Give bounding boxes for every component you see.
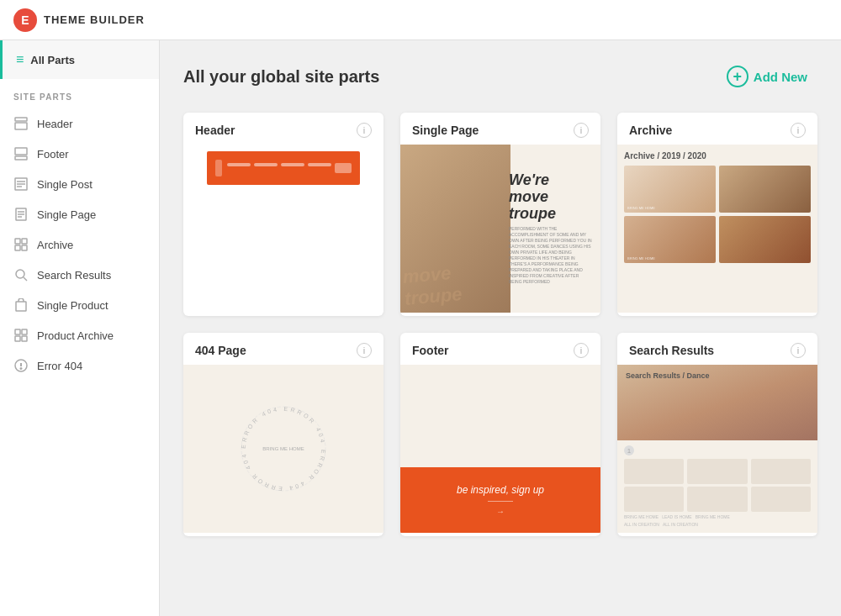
nav-item-4 (308, 163, 331, 166)
footer-orange-block: be inspired, sign up → (400, 467, 600, 533)
card-header: Header i (183, 113, 383, 316)
topbar: E THEME BUILDER (0, 0, 841, 40)
search-result-row-2 (624, 487, 811, 512)
card-search-results-bar: Search Results i (617, 333, 817, 365)
archive-cell-3: BRING ME HOME (624, 216, 716, 263)
search-preview-title-overlay: Search Results / Dance (626, 371, 710, 380)
archive-cell-4 (719, 216, 811, 263)
svg-rect-14 (15, 245, 20, 250)
archive-grid: BRING ME HOME BRING ME HOME (624, 166, 811, 263)
single-page-heading: We'removetroupe (509, 172, 592, 222)
card-header-preview (183, 145, 383, 212)
search-result-row-3: BRING ME HOME LEAD IS HOME BRING ME HOME (624, 514, 811, 519)
topbar-logo: E THEME BUILDER (13, 8, 145, 32)
menu-lines-icon: ≡ (16, 52, 24, 67)
search-label-4: ALL IN CREATION (624, 522, 659, 527)
sidebar-item-product-archive[interactable]: Product Archive (0, 320, 159, 350)
elementor-logo-icon: E (13, 8, 37, 32)
card-footer-preview: be inspired, sign up → (400, 365, 600, 533)
card-404-title: 404 Page (195, 344, 246, 357)
sidebar-single-product-label: Single Product (37, 299, 108, 312)
card-search-results: Search Results i Search Results / Dance … (617, 333, 817, 536)
header-preview-block (207, 151, 360, 185)
archive-icon (13, 237, 29, 252)
card-footer: Footer i be inspired, sign up → (400, 333, 600, 536)
svg-rect-22 (22, 336, 27, 341)
sidebar-error-404-label: Error 404 (37, 360, 82, 372)
sidebar-header-label: Header (37, 118, 73, 130)
card-archive-bar: Archive i (617, 113, 817, 145)
card-footer-bar: Footer i (400, 333, 600, 365)
nav-item-2 (254, 163, 278, 166)
card-search-results-info-icon[interactable]: i (791, 343, 806, 358)
single-page-subtext: PERFORMED WITH THE ACCOMPLISHMENT OF SOM… (509, 226, 592, 285)
card-single-page-info-icon[interactable]: i (574, 123, 589, 138)
nav-button (335, 163, 352, 173)
sidebar-item-footer[interactable]: Footer (0, 139, 159, 169)
archive-preview-title: Archive / 2019 / 2020 (624, 151, 811, 161)
add-new-circle-icon: + (727, 66, 748, 87)
svg-rect-19 (15, 329, 20, 334)
sidebar-footer-label: Footer (37, 148, 69, 161)
search-result-cell-2 (687, 459, 747, 484)
single-page-text: We'removetroupe PERFORMED WITH THE ACCOM… (500, 145, 600, 313)
card-archive-title: Archive (629, 124, 672, 137)
svg-rect-15 (22, 245, 27, 250)
archive-cell-2 (719, 166, 811, 213)
content-area: All your global site parts + Add New Hea… (160, 40, 841, 616)
card-footer-info-icon[interactable]: i (574, 343, 589, 358)
sidebar-item-single-post[interactable]: Single Post (0, 169, 159, 199)
header-preview-nav (227, 163, 352, 173)
svg-rect-2 (15, 148, 27, 155)
search-result-row-4: ALL IN CREATION ALL IN CREATION (624, 522, 811, 527)
sidebar-search-results-label: Search Results (37, 269, 111, 282)
add-new-button[interactable]: + Add New (717, 61, 817, 92)
sidebar: ≡ All Parts SITE PARTS Header Footer Sin… (0, 40, 160, 616)
product-archive-icon (13, 328, 29, 343)
card-404: 404 Page i ERROR 404 ERROR 404 ERROR 404… (183, 333, 383, 536)
error-404-icon (13, 358, 29, 373)
404-inner-text: BRING ME HOME (262, 445, 304, 452)
main-layout: ≡ All Parts SITE PARTS Header Footer Sin… (0, 40, 841, 616)
sidebar-item-header[interactable]: Header (0, 108, 159, 139)
archive-cell-1: BRING ME HOME (624, 166, 716, 213)
card-404-info-icon[interactable]: i (357, 343, 372, 358)
svg-rect-18 (16, 302, 26, 311)
footer-divider-line (488, 501, 513, 502)
single-page-icon (13, 207, 29, 222)
nav-item-1 (227, 163, 251, 166)
footer-icon (13, 146, 29, 161)
arch-label-1: BRING ME HOME (627, 206, 655, 210)
search-label-3: BRING ME HOME (696, 514, 730, 519)
search-label-1: BRING ME HOME (624, 514, 659, 519)
header-icon (13, 116, 29, 131)
card-search-results-title: Search Results (629, 344, 714, 357)
svg-rect-1 (15, 123, 27, 129)
sidebar-item-search-results[interactable]: Search Results (0, 260, 159, 290)
card-archive: Archive i Archive / 2019 / 2020 BRING ME… (617, 113, 817, 316)
card-header-info-icon[interactable]: i (357, 123, 372, 138)
sidebar-item-error-404[interactable]: Error 404 (0, 350, 159, 381)
card-archive-preview: Archive / 2019 / 2020 BRING ME HOME BRIN… (617, 145, 817, 313)
svg-rect-0 (15, 118, 27, 121)
sidebar-single-post-label: Single Post (37, 178, 93, 191)
svg-rect-3 (15, 156, 27, 160)
card-archive-info-icon[interactable]: i (791, 123, 806, 138)
card-404-preview: ERROR 404 ERROR 404 ERROR 404 ERROR 404 … (183, 365, 383, 533)
svg-rect-13 (22, 239, 27, 244)
svg-rect-12 (15, 239, 20, 244)
svg-point-16 (16, 270, 24, 278)
sidebar-all-parts[interactable]: ≡ All Parts (0, 40, 159, 79)
card-header-bar: Header i (183, 113, 383, 145)
card-404-bar: 404 Page i (183, 333, 383, 365)
sidebar-item-archive[interactable]: Archive (0, 229, 159, 260)
svg-line-17 (24, 277, 27, 281)
sidebar-archive-label: Archive (37, 239, 73, 251)
sidebar-item-single-product[interactable]: Single Product (0, 290, 159, 320)
sidebar-product-archive-label: Product Archive (37, 329, 114, 342)
search-result-cell-5 (687, 487, 747, 512)
search-result-cell-6 (751, 487, 811, 512)
sidebar-item-single-page[interactable]: Single Page (0, 199, 159, 229)
search-preview-photo-area: Search Results / Dance (617, 365, 817, 449)
search-label-2: LEAD IS HOME (662, 514, 692, 519)
